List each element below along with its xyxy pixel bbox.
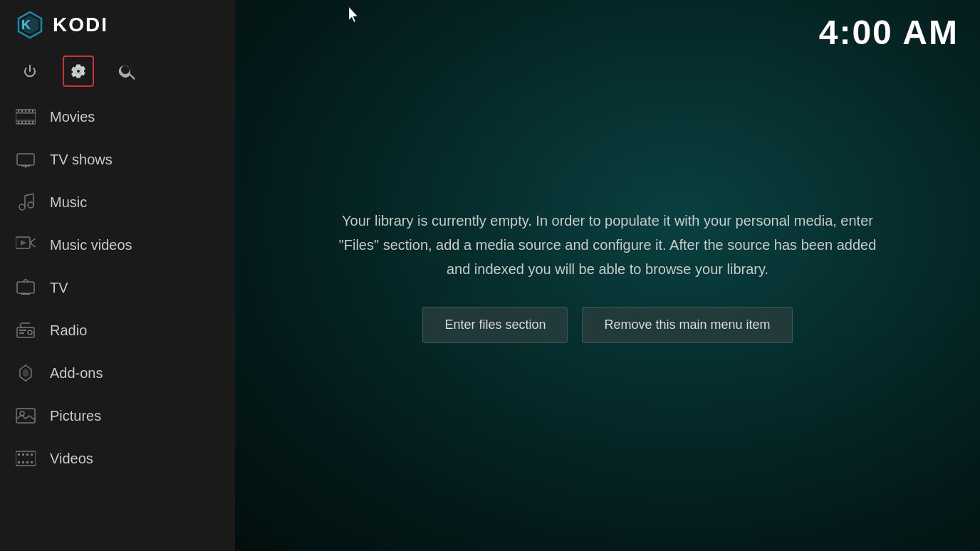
svg-rect-30 — [21, 293, 30, 295]
sidebar-item-tv[interactable]: TV — [0, 266, 235, 309]
pictures-label: Pictures — [50, 408, 101, 424]
add-ons-label: Add-ons — [50, 365, 103, 382]
svg-rect-51 — [31, 461, 33, 463]
radio-label: Radio — [50, 322, 87, 339]
svg-rect-13 — [25, 121, 26, 124]
remove-menu-item-button[interactable]: Remove this main menu item — [582, 307, 792, 343]
svg-line-26 — [31, 238, 36, 241]
sidebar-item-music-videos[interactable]: Music videos — [0, 224, 235, 266]
svg-rect-17 — [21, 165, 30, 167]
main-content: Your library is currently empty. In orde… — [235, 0, 980, 551]
tv-shows-icon — [14, 148, 37, 171]
power-button[interactable] — [14, 56, 46, 87]
svg-rect-7 — [21, 110, 23, 112]
svg-point-34 — [28, 330, 32, 335]
search-button[interactable] — [111, 56, 142, 87]
svg-marker-25 — [21, 240, 26, 246]
svg-point-19 — [19, 204, 25, 210]
svg-rect-6 — [18, 110, 19, 112]
music-videos-icon — [14, 233, 37, 256]
svg-rect-11 — [18, 121, 19, 124]
svg-rect-29 — [17, 282, 34, 293]
radio-icon — [14, 319, 37, 342]
svg-text:K: K — [21, 18, 31, 32]
videos-label: Videos — [50, 451, 93, 467]
svg-rect-46 — [26, 453, 28, 456]
svg-rect-8 — [25, 110, 26, 112]
enter-files-button[interactable]: Enter files section — [422, 307, 568, 343]
tv-icon — [14, 276, 37, 299]
svg-rect-15 — [32, 121, 33, 124]
add-ons-icon — [14, 362, 37, 384]
movies-icon — [14, 105, 37, 128]
svg-rect-36 — [19, 332, 24, 334]
svg-rect-35 — [19, 330, 26, 331]
svg-rect-48 — [18, 461, 20, 463]
svg-point-20 — [28, 202, 33, 208]
sidebar-item-radio[interactable]: Radio — [0, 309, 235, 352]
svg-rect-50 — [26, 461, 28, 463]
svg-marker-40 — [23, 369, 28, 377]
top-icons-bar — [0, 50, 235, 95]
svg-rect-49 — [22, 461, 24, 463]
music-label: Music — [50, 194, 87, 211]
svg-rect-41 — [16, 409, 35, 423]
tv-shows-label: TV shows — [50, 152, 113, 168]
svg-line-23 — [25, 194, 33, 196]
svg-line-27 — [31, 244, 36, 247]
tv-label: TV — [50, 280, 68, 296]
movies-label: Movies — [50, 109, 95, 125]
app-header: K KODI — [0, 0, 235, 50]
sidebar-item-tv-shows[interactable]: TV shows — [0, 138, 235, 181]
nav-menu: Movies TV shows — [0, 95, 235, 480]
action-buttons: Enter files section Remove this main men… — [422, 307, 792, 343]
svg-rect-45 — [22, 453, 24, 456]
svg-line-37 — [20, 323, 21, 327]
svg-rect-9 — [28, 110, 30, 112]
app-title: KODI — [53, 14, 108, 36]
svg-rect-16 — [17, 154, 34, 165]
svg-rect-14 — [28, 121, 30, 124]
videos-icon — [14, 447, 37, 470]
sidebar-item-add-ons[interactable]: Add-ons — [0, 352, 235, 394]
svg-rect-44 — [18, 453, 20, 456]
svg-rect-12 — [21, 121, 23, 124]
svg-rect-47 — [31, 453, 33, 456]
kodi-logo: K — [14, 9, 46, 41]
svg-rect-10 — [32, 110, 33, 112]
settings-button[interactable] — [63, 56, 94, 87]
music-icon — [14, 191, 37, 214]
empty-library-message: Your library is currently empty. In orde… — [330, 209, 885, 281]
sidebar-item-pictures[interactable]: Pictures — [0, 394, 235, 437]
sidebar-item-movies[interactable]: Movies — [0, 95, 235, 138]
sidebar-item-videos[interactable]: Videos — [0, 437, 235, 480]
sidebar: K KODI — [0, 0, 235, 551]
sidebar-item-music[interactable]: Music — [0, 181, 235, 224]
music-videos-label: Music videos — [50, 237, 132, 253]
pictures-icon — [14, 404, 37, 427]
